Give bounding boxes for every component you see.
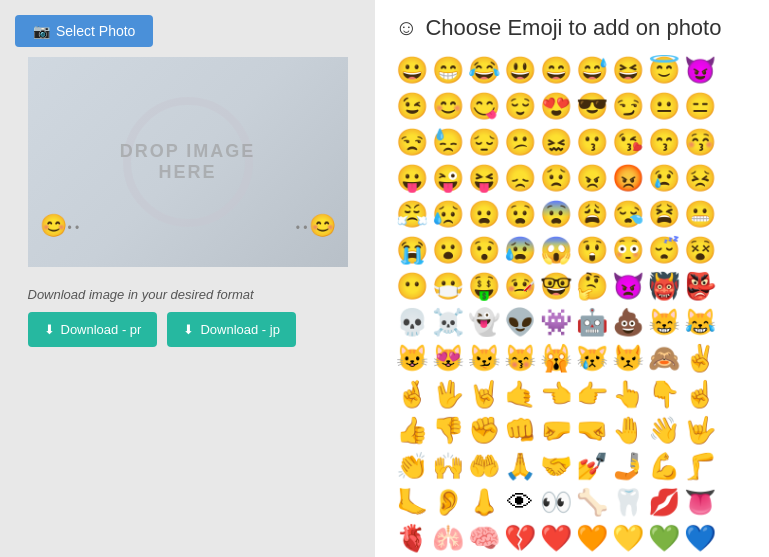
emoji-item[interactable]: 💔 <box>503 521 537 555</box>
emoji-item[interactable]: 😲 <box>575 233 609 267</box>
emoji-item[interactable]: 🤓 <box>539 269 573 303</box>
emoji-item[interactable]: 😼 <box>467 341 501 375</box>
emoji-item[interactable]: 👊 <box>503 413 537 447</box>
download-png-button[interactable]: ⬇ Download - pr <box>28 312 158 347</box>
emoji-item[interactable]: 😅 <box>575 53 609 87</box>
emoji-item[interactable]: 😃 <box>503 53 537 87</box>
emoji-item[interactable]: 💪 <box>647 449 681 483</box>
emoji-item[interactable]: 😘 <box>611 125 645 159</box>
emoji-item[interactable]: 😸 <box>647 305 681 339</box>
emoji-item[interactable]: 😢 <box>647 161 681 195</box>
emoji-item[interactable]: 😜 <box>431 161 465 195</box>
emoji-item[interactable]: 🤜 <box>575 413 609 447</box>
emoji-item[interactable]: 🤟 <box>683 413 717 447</box>
emoji-item[interactable]: 💚 <box>647 521 681 555</box>
emoji-item[interactable]: 😟 <box>539 161 573 195</box>
emoji-item[interactable]: 😤 <box>395 197 429 231</box>
emoji-item[interactable]: 👇 <box>647 377 681 411</box>
emoji-item[interactable]: 💋 <box>647 485 681 519</box>
emoji-item[interactable]: 🦵 <box>683 449 717 483</box>
emoji-item[interactable]: 💀 <box>395 305 429 339</box>
emoji-item[interactable]: 🤑 <box>467 269 501 303</box>
emoji-item[interactable]: 👹 <box>647 269 681 303</box>
emoji-item[interactable]: 😽 <box>503 341 537 375</box>
emoji-item[interactable]: 😇 <box>647 53 681 87</box>
emoji-item[interactable]: 😧 <box>503 197 537 231</box>
emoji-item[interactable]: 😱 <box>539 233 573 267</box>
emoji-item[interactable]: 👏 <box>395 449 429 483</box>
emoji-item[interactable]: 🫀 <box>395 521 429 555</box>
emoji-item[interactable]: 💛 <box>611 521 645 555</box>
emoji-item[interactable]: 👾 <box>539 305 573 339</box>
emoji-item[interactable]: 😦 <box>467 197 501 231</box>
emoji-item[interactable]: 😌 <box>503 89 537 123</box>
emoji-item[interactable]: 😭 <box>395 233 429 267</box>
emoji-item[interactable]: 👀 <box>539 485 573 519</box>
emoji-item[interactable]: 🤚 <box>611 413 645 447</box>
emoji-item[interactable]: 😥 <box>431 197 465 231</box>
emoji-item[interactable]: 😫 <box>647 197 681 231</box>
emoji-item[interactable]: 💩 <box>611 305 645 339</box>
emoji-item[interactable]: 👈 <box>539 377 573 411</box>
emoji-item[interactable]: 😛 <box>395 161 429 195</box>
emoji-item[interactable]: 😺 <box>395 341 429 375</box>
emoji-item[interactable]: 👆 <box>611 377 645 411</box>
emoji-item[interactable]: 😝 <box>467 161 501 195</box>
emoji-item[interactable]: 😔 <box>467 125 501 159</box>
emoji-item[interactable]: 😰 <box>503 233 537 267</box>
emoji-item[interactable]: 👁 <box>503 485 537 519</box>
emoji-item[interactable]: 🙏 <box>503 449 537 483</box>
emoji-item[interactable]: 😷 <box>431 269 465 303</box>
emoji-item[interactable]: 😬 <box>683 197 717 231</box>
emoji-item[interactable]: 🤔 <box>575 269 609 303</box>
emoji-item[interactable]: 👂 <box>431 485 465 519</box>
emoji-item[interactable]: 😵 <box>683 233 717 267</box>
emoji-item[interactable]: 😨 <box>539 197 573 231</box>
emoji-item[interactable]: 🫁 <box>431 521 465 555</box>
emoji-item[interactable]: 😶 <box>395 269 429 303</box>
emoji-item[interactable]: 😐 <box>647 89 681 123</box>
emoji-item[interactable]: 😓 <box>431 125 465 159</box>
emoji-item[interactable]: 😄 <box>539 53 573 87</box>
emoji-item[interactable]: 👍 <box>395 413 429 447</box>
emoji-item[interactable]: 😴 <box>647 233 681 267</box>
emoji-item[interactable]: 😗 <box>575 125 609 159</box>
emoji-item[interactable]: ☝️ <box>683 377 717 411</box>
emoji-item[interactable]: 👽 <box>503 305 537 339</box>
emoji-item[interactable]: ❤️ <box>539 521 573 555</box>
emoji-item[interactable]: 👎 <box>431 413 465 447</box>
emoji-item[interactable]: 😮 <box>431 233 465 267</box>
emoji-item[interactable]: 🤘 <box>467 377 501 411</box>
emoji-item[interactable]: 😊 <box>431 89 465 123</box>
emoji-item[interactable]: ☠️ <box>431 305 465 339</box>
emoji-item[interactable]: 😳 <box>611 233 645 267</box>
emoji-item[interactable]: 👉 <box>575 377 609 411</box>
emoji-item[interactable]: 😻 <box>431 341 465 375</box>
emoji-item[interactable]: ✊ <box>467 413 501 447</box>
emoji-item[interactable]: 🤖 <box>575 305 609 339</box>
emoji-item[interactable]: 🙈 <box>647 341 681 375</box>
emoji-item[interactable]: 🙌 <box>431 449 465 483</box>
emoji-item[interactable]: 👻 <box>467 305 501 339</box>
emoji-item[interactable]: 😕 <box>503 125 537 159</box>
emoji-item[interactable]: 🤲 <box>467 449 501 483</box>
emoji-item[interactable]: 🤞 <box>395 377 429 411</box>
emoji-item[interactable]: 😪 <box>611 197 645 231</box>
emoji-item[interactable]: 😾 <box>611 341 645 375</box>
emoji-item[interactable]: 😿 <box>575 341 609 375</box>
emoji-item[interactable]: 😞 <box>503 161 537 195</box>
download-jpg-button[interactable]: ⬇ Download - jp <box>167 312 296 347</box>
image-drop-area[interactable]: DROP IMAGEHERE 😊 • • 😊 • • <box>28 57 348 267</box>
emoji-item[interactable]: 👺 <box>683 269 717 303</box>
emoji-item[interactable]: 😠 <box>575 161 609 195</box>
emoji-item[interactable]: 😖 <box>539 125 573 159</box>
emoji-item[interactable]: 🙀 <box>539 341 573 375</box>
emoji-item[interactable]: 😆 <box>611 53 645 87</box>
emoji-item[interactable]: 🦷 <box>611 485 645 519</box>
emoji-item[interactable]: 🧡 <box>575 521 609 555</box>
emoji-item[interactable]: 😀 <box>395 53 429 87</box>
emoji-item[interactable]: 🤛 <box>539 413 573 447</box>
emoji-item[interactable]: 😙 <box>647 125 681 159</box>
emoji-item[interactable]: 👿 <box>611 269 645 303</box>
emoji-item[interactable]: 👅 <box>683 485 717 519</box>
